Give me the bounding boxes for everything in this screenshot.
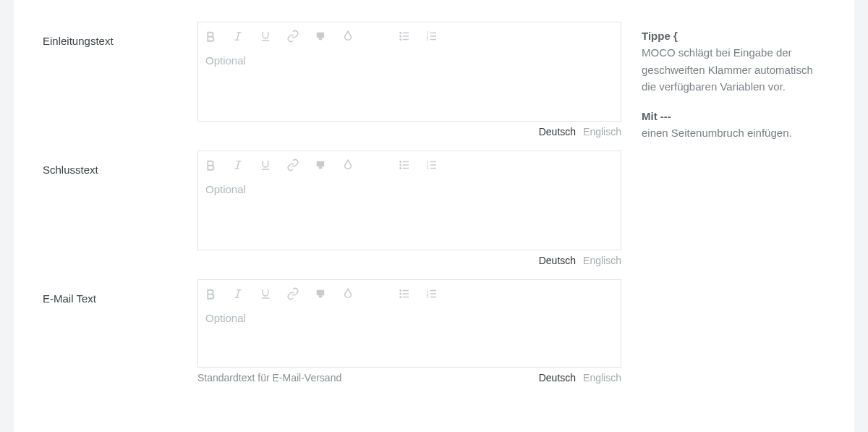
form-column: Einleitungstext	[43, 22, 621, 410]
svg-point-10	[400, 39, 401, 41]
hint-dash-body: einen Seitenumbruch einfügen.	[642, 124, 825, 141]
field-email: E-Mail Text	[43, 279, 621, 384]
link-icon[interactable]	[286, 287, 299, 300]
color-icon[interactable]	[341, 30, 354, 43]
field-intro: Einleitungstext	[43, 22, 621, 137]
ordered-list-icon[interactable]: 123	[425, 30, 438, 43]
bullet-list-icon[interactable]	[398, 30, 411, 43]
field-label-intro: Einleitungstext	[43, 22, 180, 47]
lang-tab-en[interactable]: Englisch	[583, 255, 621, 266]
field-note-email: Standardtext für E-Mail-Versand	[197, 372, 341, 384]
editor-closing: 123 Optional	[197, 151, 621, 250]
italic-icon[interactable]	[231, 158, 244, 171]
editor-textarea-closing[interactable]: Optional	[198, 177, 621, 250]
underline-icon[interactable]	[259, 30, 272, 43]
svg-rect-40	[317, 290, 325, 296]
svg-point-44	[400, 293, 401, 295]
field-label-closing: Schlusstext	[43, 151, 180, 176]
lang-tab-en[interactable]: Englisch	[583, 126, 621, 137]
underline-icon[interactable]	[259, 158, 272, 171]
lang-tab-de[interactable]: Deutsch	[539, 126, 576, 137]
svg-text:3: 3	[427, 295, 429, 299]
highlight-icon[interactable]	[314, 158, 327, 171]
svg-rect-41	[319, 295, 323, 297]
color-icon[interactable]	[341, 158, 354, 171]
editor-textarea-email[interactable]: Optional	[198, 306, 621, 367]
lang-tabs-closing: Deutsch Englisch	[539, 255, 621, 266]
ordered-list-icon[interactable]: 123	[425, 287, 438, 300]
field-footer-intro: Deutsch Englisch	[197, 122, 621, 137]
field-closing: Schlusstext	[43, 151, 621, 266]
hint-column: Tippe { MOCO schlägt bei Eingabe der ges…	[642, 22, 825, 410]
italic-icon[interactable]	[231, 30, 244, 43]
svg-point-8	[400, 35, 401, 37]
underline-icon[interactable]	[259, 287, 272, 300]
lang-tab-en[interactable]: Englisch	[583, 372, 621, 384]
bullet-list-icon[interactable]	[398, 158, 411, 171]
svg-point-24	[400, 161, 401, 163]
form-panel: Einleitungstext	[14, 0, 854, 432]
field-footer-email: Standardtext für E-Mail-Versand Deutsch …	[197, 368, 621, 384]
lang-tabs-intro: Deutsch Englisch	[539, 126, 621, 137]
bold-icon[interactable]	[204, 30, 217, 43]
svg-text:3: 3	[427, 37, 429, 41]
svg-point-46	[400, 297, 401, 298]
svg-rect-5	[319, 38, 323, 40]
editor-intro: 123 Optional	[197, 22, 621, 122]
ordered-list-icon[interactable]: 123	[425, 158, 438, 171]
bold-icon[interactable]	[204, 158, 217, 171]
lang-tab-de[interactable]: Deutsch	[539, 372, 576, 384]
italic-icon[interactable]	[231, 287, 244, 300]
field-body-closing: 123 Optional Deutsch Englisch	[197, 151, 621, 266]
hint-dash-lead: Mit ---	[642, 108, 825, 124]
svg-rect-23	[319, 166, 323, 169]
link-icon[interactable]	[286, 158, 299, 171]
bold-icon[interactable]	[204, 287, 217, 300]
svg-rect-4	[317, 33, 325, 38]
svg-line-18	[237, 161, 239, 169]
field-body-intro: 123 Optional Deutsch Englisch	[197, 22, 621, 137]
svg-point-42	[400, 290, 401, 292]
svg-text:3: 3	[427, 166, 429, 170]
svg-line-0	[237, 33, 239, 41]
svg-point-28	[400, 168, 401, 169]
toolbar-intro: 123	[198, 22, 621, 48]
color-icon[interactable]	[341, 287, 354, 300]
field-label-email: E-Mail Text	[43, 279, 180, 305]
editor-email: 123 Optional	[197, 279, 621, 368]
hint-brace-body: MOCO schlägt bei Eingabe der geschweifte…	[642, 44, 825, 95]
highlight-icon[interactable]	[314, 287, 327, 300]
svg-point-26	[400, 164, 401, 166]
highlight-icon[interactable]	[314, 30, 327, 43]
field-body-email: 123 Optional Standardtext für E-Mail-Ver…	[197, 279, 621, 384]
link-icon[interactable]	[286, 30, 299, 43]
lang-tabs-email: Deutsch Englisch	[539, 372, 621, 384]
toolbar-email: 123	[198, 280, 621, 306]
toolbar-closing: 123	[198, 151, 621, 177]
svg-line-36	[237, 290, 239, 298]
lang-tab-de[interactable]: Deutsch	[539, 255, 576, 266]
hint-brace-lead: Tippe {	[642, 27, 825, 44]
hint-brace: Tippe { MOCO schlägt bei Eingabe der ges…	[642, 27, 825, 95]
field-footer-closing: Deutsch Englisch	[197, 250, 621, 266]
bullet-list-icon[interactable]	[398, 287, 411, 300]
hint-dash: Mit --- einen Seitenumbruch einfügen.	[642, 108, 825, 142]
editor-textarea-intro[interactable]: Optional	[198, 48, 621, 121]
svg-rect-22	[317, 161, 325, 167]
svg-point-6	[400, 33, 401, 34]
